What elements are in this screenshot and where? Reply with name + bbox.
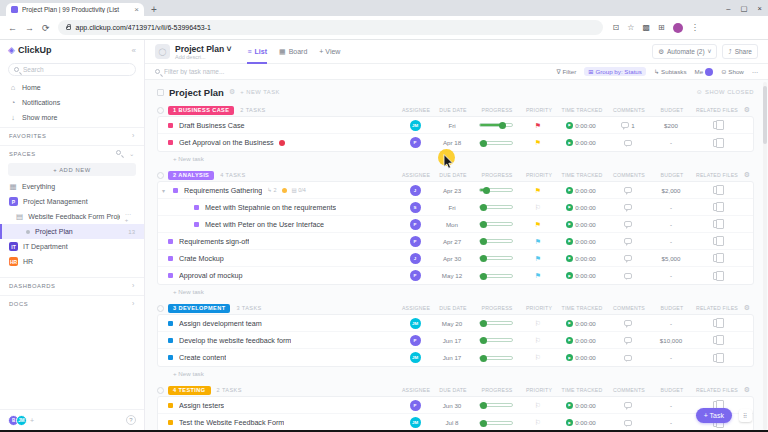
columns-settings-icon[interactable]: ⚙: [740, 304, 754, 312]
tab-list[interactable]: ≡ List: [247, 40, 267, 64]
column-header-time-tracked[interactable]: TIME TRACKED: [556, 107, 608, 113]
tab-close-icon[interactable]: ×: [134, 5, 139, 14]
status-bullet-icon[interactable]: [168, 403, 173, 408]
budget-cell[interactable]: -: [649, 272, 693, 279]
sidebar-item-everything[interactable]: ▦ Everything: [0, 179, 144, 194]
budget-cell[interactable]: $10,000: [649, 337, 693, 344]
priority-cell[interactable]: ⚐: [521, 204, 555, 211]
status-bullet-icon[interactable]: [168, 123, 173, 128]
view-title[interactable]: Project Plan ˅: [175, 44, 231, 54]
status-badge[interactable]: 2 ANALYSIS: [168, 171, 214, 180]
related-files-cell[interactable]: [693, 254, 739, 262]
column-header-assignee[interactable]: ASSIGNEE: [398, 305, 434, 311]
column-header-budget[interactable]: BUDGET: [650, 172, 694, 178]
group-drag-icon[interactable]: [157, 305, 164, 312]
status-bullet-icon[interactable]: [168, 321, 173, 326]
time-tracked-cell[interactable]: ▶0:00:00: [555, 187, 607, 194]
column-header-priority[interactable]: PRIORITY: [522, 172, 556, 178]
time-tracked-cell[interactable]: ▶0:00:00: [555, 204, 607, 211]
task-name[interactable]: Assign development team: [179, 319, 262, 328]
window-minimize-icon[interactable]: –: [726, 4, 730, 13]
assignee-cell[interactable]: P: [397, 137, 433, 148]
time-tracked-cell[interactable]: ▶0:00:00: [555, 402, 607, 409]
task-name[interactable]: Meet with Peter on the User Interface: [205, 220, 324, 229]
task-name[interactable]: Meet with Stepahnie on the requirements: [205, 203, 336, 212]
assignee-cell[interactable]: J: [397, 185, 433, 196]
column-header-budget[interactable]: BUDGET: [650, 107, 694, 113]
column-header-related-files[interactable]: RELATED FILES: [694, 172, 740, 178]
assignee-cell[interactable]: JM: [397, 352, 433, 363]
budget-cell[interactable]: -: [649, 238, 693, 245]
sidebar-section-spaces[interactable]: SPACES ⌄: [0, 145, 144, 161]
task-row[interactable]: ▾Requirements Gathering↳ 2▤ 0/4JApr 23⚑▶…: [158, 182, 753, 199]
priority-cell[interactable]: ⚑: [521, 221, 555, 228]
due-date-cell[interactable]: Apr 27: [433, 238, 471, 245]
sidebar-collapse-icon[interactable]: «: [132, 46, 136, 55]
subtasks-button[interactable]: ↳Subtasks: [654, 68, 687, 75]
assignee-cell[interactable]: P: [397, 219, 433, 230]
progress-cell[interactable]: [471, 403, 521, 407]
due-date-cell[interactable]: Jun 30: [433, 402, 471, 409]
column-header-related-files[interactable]: RELATED FILES: [694, 305, 740, 311]
task-row[interactable]: Crate MockupJApr 30⚑▶0:00:00$5,000: [158, 250, 753, 267]
time-tracked-cell[interactable]: ▶0:00:00: [555, 337, 607, 344]
column-header-comments[interactable]: COMMENTS: [608, 107, 650, 113]
list-settings-icon[interactable]: ⚙: [229, 88, 235, 96]
due-date-cell[interactable]: Fri: [433, 122, 471, 129]
sidebar-item-notifications[interactable]: ◔ Notifications: [0, 95, 144, 110]
new-task-button[interactable]: + New task: [173, 288, 754, 297]
due-date-cell[interactable]: Fri: [433, 204, 471, 211]
help-icon[interactable]: ?: [126, 415, 136, 425]
sidebar-list-project-plan[interactable]: Project Plan 13: [0, 224, 144, 239]
due-date-cell[interactable]: Apr 18: [433, 139, 471, 146]
due-date-cell[interactable]: Apr 30: [433, 255, 471, 262]
budget-cell[interactable]: -: [649, 204, 693, 211]
task-name[interactable]: Assign testers: [179, 401, 224, 410]
priority-cell[interactable]: ⚑: [521, 272, 555, 279]
group-drag-icon[interactable]: [157, 107, 164, 114]
budget-cell[interactable]: -: [649, 320, 693, 327]
budget-cell[interactable]: -: [649, 402, 693, 409]
status-bullet-icon[interactable]: [168, 140, 173, 145]
comments-cell[interactable]: [607, 420, 649, 426]
browser-profile-avatar[interactable]: [673, 23, 683, 33]
apps-grid-icon[interactable]: ⠿: [739, 409, 752, 422]
comments-cell[interactable]: [607, 402, 649, 408]
status-badge[interactable]: 3 DEVELOPMENT: [168, 304, 230, 313]
priority-cell[interactable]: ⚐: [521, 337, 555, 344]
column-header-due-date[interactable]: DUE DATE: [434, 387, 472, 393]
task-row[interactable]: Assign testersPJun 30⚐▶0:00:00-: [158, 397, 753, 414]
columns-settings-icon[interactable]: ⚙: [740, 106, 754, 114]
task-name[interactable]: Requirements sign-off: [179, 237, 249, 246]
related-files-cell[interactable]: [693, 121, 739, 129]
related-files-cell[interactable]: [693, 354, 739, 362]
column-header-progress[interactable]: PROGRESS: [472, 305, 522, 311]
time-tracked-cell[interactable]: ▶0:00:00: [555, 122, 607, 129]
progress-cell[interactable]: [471, 338, 521, 342]
task-name[interactable]: Approval of mockup: [179, 271, 243, 280]
progress-cell[interactable]: [471, 274, 521, 278]
related-files-cell[interactable]: [693, 336, 739, 344]
budget-cell[interactable]: -: [649, 221, 693, 228]
extensions-icon[interactable]: ▩: [642, 23, 650, 32]
task-row[interactable]: Get Approval on the BusinessPApr 18⚑▶0:0…: [158, 134, 753, 151]
assignee-cell[interactable]: JM: [397, 318, 433, 329]
show-closed-toggle[interactable]: ⊙ SHOW CLOSED: [697, 89, 754, 95]
column-header-due-date[interactable]: DUE DATE: [434, 172, 472, 178]
sidebar-space-it-department[interactable]: IT IT Department: [0, 239, 144, 254]
time-tracked-cell[interactable]: ▶0:00:00: [555, 139, 607, 146]
task-name[interactable]: Test the Website Feedback Form: [179, 418, 284, 427]
related-files-cell[interactable]: [693, 139, 739, 147]
task-filter-input[interactable]: [164, 68, 274, 75]
progress-cell[interactable]: [471, 205, 521, 209]
new-tab-button[interactable]: +: [151, 4, 157, 15]
time-tracked-cell[interactable]: ▶0:00:00: [555, 255, 607, 262]
priority-cell[interactable]: ⚑: [521, 238, 555, 245]
sidebar-space-project-management[interactable]: P Project Management: [0, 194, 144, 209]
status-bullet-icon[interactable]: [168, 355, 173, 360]
forward-icon[interactable]: →: [25, 23, 34, 33]
due-date-cell[interactable]: May 12: [433, 272, 471, 279]
sidebar-section-favorites[interactable]: FAVORITES ›: [0, 127, 144, 143]
progress-cell[interactable]: [471, 141, 521, 145]
status-bullet-icon[interactable]: [194, 222, 199, 227]
